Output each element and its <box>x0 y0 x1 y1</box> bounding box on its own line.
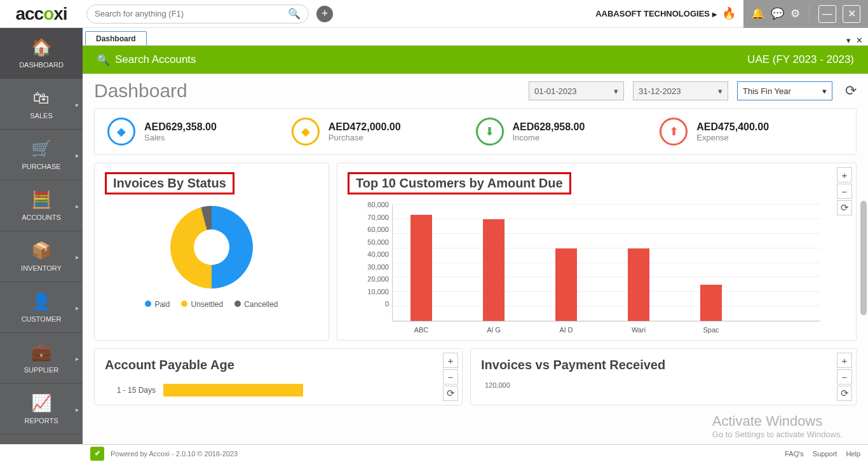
global-search[interactable]: 🔍 <box>86 4 309 24</box>
fiscal-year-label: UAE (FY 2023 - 2023) <box>747 53 854 66</box>
kpi-label: Income <box>513 133 585 142</box>
sidebar: 🏠 DASHBOARD 🛍 SALES ▸ 🛒 PURCHASE ▸ 🧮 ACC… <box>0 28 83 444</box>
inventory-icon: 📦 <box>31 241 51 261</box>
kpi-amount: AED472,000.00 <box>329 121 401 133</box>
scrollbar[interactable] <box>860 201 867 315</box>
chevron-right-icon: ▸ <box>712 9 717 19</box>
legend-paid: Paid <box>154 300 170 309</box>
cart-icon: 🛒 <box>31 139 51 159</box>
purchase-icon: ◆ <box>292 118 320 146</box>
period-dropdown[interactable]: This Fin Year ▾ <box>737 81 832 100</box>
minimize-button[interactable]: — <box>818 5 836 23</box>
widget-title: Account Payable Age <box>105 358 234 372</box>
sidebar-item-label: PURCHASE <box>22 163 60 170</box>
footer-logo-icon: ✔ <box>90 447 104 461</box>
sidebar-item-purchase[interactable]: 🛒 PURCHASE ▸ <box>0 130 83 180</box>
to-date-field[interactable]: 31-12-2023 ▾ <box>633 81 728 100</box>
sidebar-item-supplier[interactable]: 💼 SUPPLIER ▸ <box>0 333 83 384</box>
page-title: Dashboard <box>94 80 520 102</box>
widget-title: Invoices vs Payment Received <box>481 358 665 372</box>
sidebar-item-accounts[interactable]: 🧮 ACCOUNTS ▸ <box>0 180 83 231</box>
kpi-amount: AED629,358.00 <box>144 121 217 133</box>
widget-title: Invoices By Status <box>105 172 234 194</box>
search-accounts-button[interactable]: 🔍 Search Accounts <box>97 53 196 67</box>
bag-icon: 🛍 <box>33 88 50 108</box>
tab-dropdown-icon[interactable]: ▾ <box>846 36 851 45</box>
workspace: Dashboard ▾ ✕ 🔍 Search Accounts UAE (FY … <box>83 28 868 444</box>
chevron-right-icon: ▸ <box>76 151 79 158</box>
to-date-value: 31-12-2023 <box>639 86 681 96</box>
page: Dashboard 01-01-2023 ▾ 31-12-2023 ▾ This… <box>83 74 868 444</box>
legend-cancelled: Cancelled <box>244 300 278 309</box>
chevron-down-icon: ▾ <box>822 86 827 96</box>
widget-refresh-button[interactable]: ⟳ <box>443 386 458 401</box>
kpi-expense: ⬆ AED475,400.00 Expense <box>660 118 843 146</box>
chevron-down-icon: ▾ <box>718 86 722 96</box>
close-button[interactable]: ✕ <box>843 5 860 23</box>
invoices-by-status-widget: Invoices By Status Paid Unsettled Cancel… <box>94 163 329 341</box>
kpi-amount: AED628,958.00 <box>513 121 585 133</box>
from-date-field[interactable]: 01-01-2023 ▾ <box>529 81 624 100</box>
widget-expand-button[interactable]: + <box>837 167 852 182</box>
footer-faqs-link[interactable]: FAQ's <box>785 450 804 458</box>
chevron-right-icon: ▸ <box>76 304 79 311</box>
account-payable-widget: + − ⟳ Account Payable Age 1 - 15 Days <box>94 348 463 405</box>
widget-expand-button[interactable]: + <box>443 353 458 368</box>
kpi-purchase: ◆ AED472,000.00 Purchase <box>292 118 476 146</box>
kpi-label: Purchase <box>329 133 401 142</box>
footer-help-link[interactable]: Help <box>846 450 860 458</box>
sidebar-item-customer[interactable]: 👤 CUSTOMER ▸ <box>0 282 83 333</box>
sidebar-item-label: ACCOUNTS <box>22 214 61 221</box>
logo: accoxi <box>0 0 83 28</box>
ytick-label: 120,000 <box>485 381 846 389</box>
briefcase-icon: 💼 <box>31 343 51 362</box>
age-bucket-label: 1 - 15 Days <box>105 386 156 395</box>
expense-icon: ⬆ <box>660 118 688 146</box>
footer-support-link[interactable]: Support <box>813 450 837 458</box>
chevron-right-icon: ▸ <box>76 405 79 412</box>
hbar <box>163 384 303 397</box>
company-switcher[interactable]: AABASOFT TECHNOLOGIES ▸ <box>595 9 717 19</box>
sidebar-item-label: SUPPLIER <box>24 366 58 374</box>
sales-icon: ◆ <box>107 118 135 146</box>
sidebar-item-label: DASHBOARD <box>19 61 64 69</box>
context-bar: 🔍 Search Accounts UAE (FY 2023 - 2023) <box>83 46 868 74</box>
income-icon: ⬇ <box>476 118 504 146</box>
kpi-income: ⬇ AED628,958.00 Income <box>476 118 660 146</box>
search-icon[interactable]: 🔍 <box>288 8 301 20</box>
refresh-button[interactable]: ⟳ <box>845 83 857 99</box>
bell-icon[interactable]: 🔔 <box>751 7 764 20</box>
chat-icon[interactable]: 💬 <box>771 7 784 20</box>
widget-refresh-button[interactable]: ⟳ <box>837 386 852 401</box>
kpi-amount: AED475,400.00 <box>696 121 769 133</box>
sidebar-item-sales[interactable]: 🛍 SALES ▸ <box>0 79 83 130</box>
widget-expand-button[interactable]: + <box>837 353 852 368</box>
widget-collapse-button[interactable]: − <box>443 369 458 384</box>
global-search-input[interactable] <box>95 9 288 18</box>
sidebar-item-inventory[interactable]: 📦 INVENTORY ▸ <box>0 231 83 282</box>
sidebar-item-label: INVENTORY <box>21 264 62 272</box>
chevron-right-icon: ▸ <box>76 253 79 260</box>
topbar: accoxi 🔍 + AABASOFT TECHNOLOGIES ▸ 🔥 🔔 💬… <box>0 0 868 28</box>
chevron-right-icon: ▸ <box>76 100 79 107</box>
tab-close-icon[interactable]: ✕ <box>856 36 863 45</box>
gear-icon[interactable]: ⚙ <box>790 7 800 20</box>
widget-collapse-button[interactable]: − <box>837 369 852 384</box>
user-icon: 👤 <box>31 292 51 311</box>
kpi-label: Expense <box>696 133 769 142</box>
bar-chart: 80,00070,00060,00050,00040,00030,00020,0… <box>348 194 846 322</box>
quick-add-button[interactable]: + <box>316 6 333 22</box>
sidebar-item-reports[interactable]: 📈 REPORTS ▸ <box>0 384 83 435</box>
sidebar-item-dashboard[interactable]: 🏠 DASHBOARD <box>0 28 83 79</box>
search-accounts-label: Search Accounts <box>115 53 196 66</box>
tab-dashboard[interactable]: Dashboard <box>85 31 147 45</box>
top-customers-widget: + − ⟳ Top 10 Customers by Amount Due 80,… <box>337 163 857 341</box>
chevron-right-icon: ▸ <box>76 355 79 362</box>
kpi-label: Sales <box>144 133 217 142</box>
sidebar-item-label: REPORTS <box>25 417 58 425</box>
widget-title: Top 10 Customers by Amount Due <box>348 172 571 194</box>
home-icon: 🏠 <box>31 37 51 57</box>
kpi-row: ◆ AED629,358.00 Sales ◆ AED472,000.00 Pu… <box>94 108 857 155</box>
period-value: This Fin Year <box>743 86 791 96</box>
kpi-sales: ◆ AED629,358.00 Sales <box>107 118 292 146</box>
